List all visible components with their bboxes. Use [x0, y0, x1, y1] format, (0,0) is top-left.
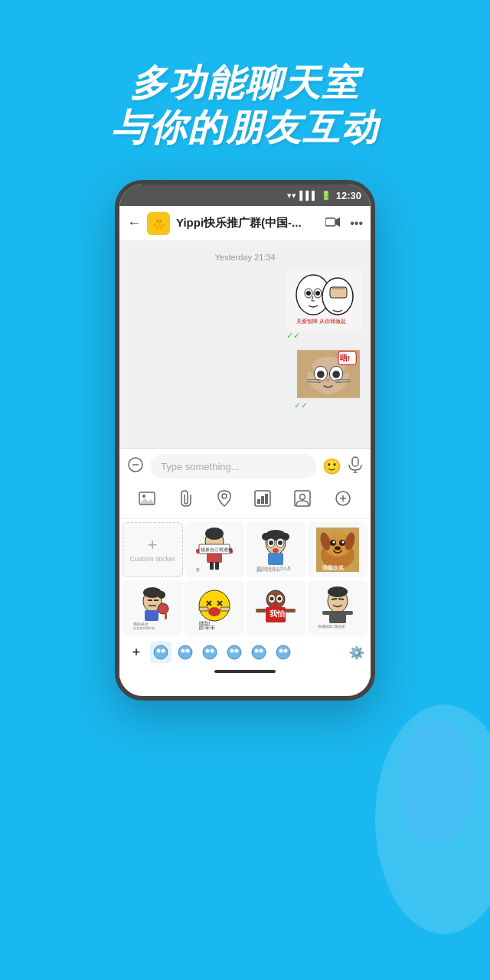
svg-line-117 [332, 599, 337, 599]
svg-point-138 [276, 645, 290, 659]
meme5-svg: 我怕 [254, 586, 297, 630]
sticker-2: 唔! [294, 347, 363, 400]
svg-point-77 [341, 541, 344, 544]
svg-point-62 [269, 541, 273, 545]
sticker-meme-6[interactable]: 你继续吹 我在听 [308, 580, 368, 635]
battery-icon: 🔋 [321, 191, 332, 201]
svg-point-33 [142, 495, 145, 498]
svg-point-134 [235, 649, 239, 653]
location-icon[interactable] [214, 487, 234, 514]
svg-text:嗒: 嗒 [196, 567, 200, 572]
svg-rect-119 [329, 611, 346, 623]
emoji-button[interactable]: 🙂 [322, 457, 341, 475]
svg-point-76 [332, 541, 335, 544]
emoji-tab-3[interactable] [199, 642, 220, 663]
image-icon[interactable] [136, 487, 158, 514]
emoji-tab-6[interactable] [273, 642, 294, 663]
message-status-1: ✓✓ [286, 331, 361, 341]
svg-point-125 [162, 649, 165, 653]
sticker-settings-icon[interactable]: ⚙️ [349, 645, 364, 660]
svg-point-116 [328, 586, 348, 597]
input-placeholder: Type something... [161, 461, 240, 472]
svg-point-124 [157, 649, 161, 653]
emoji-tab-1[interactable] [150, 642, 172, 663]
meme6-svg: 你继续吹 我在听 [316, 586, 359, 630]
svg-point-6 [306, 291, 311, 296]
svg-text:猪鼻自己戳透够: 猪鼻自己戳透够 [201, 547, 233, 552]
svg-rect-38 [261, 496, 264, 504]
svg-point-83 [158, 591, 165, 599]
add-icon: + [148, 537, 158, 554]
svg-point-127 [181, 649, 185, 653]
sticker-meme-1[interactable]: 猪鼻自己戳透够 嗒 [185, 522, 245, 577]
svg-text:吃手手: 吃手手 [199, 626, 215, 630]
home-indicator [119, 665, 371, 678]
cat-meme-svg: 唔! [297, 349, 360, 399]
more-icon[interactable] [332, 487, 354, 514]
custom-sticker-label: Custom sticker [129, 555, 175, 563]
minus-button[interactable] [127, 456, 144, 477]
contact-icon[interactable] [291, 487, 314, 514]
svg-point-126 [178, 645, 192, 659]
svg-rect-37 [257, 499, 260, 504]
svg-rect-89 [145, 610, 158, 621]
svg-point-137 [260, 649, 263, 653]
bg-circle-2 [398, 720, 475, 842]
back-button[interactable]: ← [127, 215, 141, 231]
svg-point-136 [255, 649, 259, 653]
sticker-1: 关爱智障 从你我做起 [286, 270, 363, 331]
svg-point-65 [273, 548, 279, 553]
emoji-tab-4[interactable] [224, 642, 245, 663]
sticker-grid-row1: + Custom sticker [119, 519, 371, 580]
sticker-meme-4[interactable]: 啧到 吃手手 [185, 580, 245, 635]
input-toolbar: Type something... 🙂 [119, 448, 371, 518]
video-call-icon[interactable] [325, 217, 341, 230]
svg-text:你继续吹 我在听: 你继续吹 我在听 [317, 624, 345, 629]
emoji-tab-5[interactable] [248, 642, 270, 663]
status-bar: ▾▾ ▌▌▌ 🔋 12:30 [119, 185, 371, 206]
svg-point-109 [273, 602, 278, 607]
sticker-meme-5[interactable]: 我怕 [246, 580, 306, 635]
header-icons: ••• [325, 217, 363, 230]
sticker-meme-2[interactable]: 请问你在这么怎么是 掌握了什么门门？ [246, 522, 306, 577]
chat-avatar: 🐥 [147, 212, 170, 235]
clock: 12:30 [336, 190, 361, 201]
svg-rect-99 [199, 607, 208, 611]
svg-rect-66 [268, 553, 283, 565]
chart-icon[interactable] [251, 487, 274, 514]
svg-marker-1 [335, 217, 340, 227]
mic-button[interactable] [348, 456, 363, 477]
svg-point-140 [284, 649, 288, 653]
svg-point-106 [270, 597, 274, 601]
svg-point-19 [332, 371, 340, 378]
meme1-svg: 猪鼻自己戳透够 嗒 [193, 528, 236, 572]
svg-point-108 [278, 597, 282, 601]
more-options-icon[interactable]: ••• [350, 217, 363, 230]
svg-point-133 [230, 649, 234, 653]
emoji-tab-2[interactable] [175, 642, 196, 663]
chat-area: Yesterday 21:34 [119, 241, 371, 448]
sticker-grid-row2: 我的美女 你在背后骂不到 [119, 580, 371, 639]
sticker-panel: + Custom sticker [119, 518, 371, 678]
status-icons: ▾▾ ▌▌▌ 🔋 [287, 191, 331, 201]
svg-rect-54 [215, 562, 219, 570]
message-bubble-1: 关爱智障 从你我做起 ✓✓ [286, 270, 363, 341]
attachment-icon[interactable] [175, 487, 197, 514]
signal-icon: ▌▌▌ [299, 191, 317, 200]
svg-point-128 [186, 649, 190, 653]
meme2-svg: 请问你在这么怎么是 掌握了什么门门？ [254, 528, 297, 572]
hero-section: 多功能聊天室 与你的朋友互动 [0, 0, 490, 180]
sticker-meme-dog[interactable]: 强颜欢笑 [308, 522, 368, 577]
svg-text:我怕: 我怕 [269, 609, 285, 618]
hero-title: 多功能聊天室 与你的朋友互动 [0, 61, 490, 149]
svg-marker-34 [139, 498, 155, 504]
message-input[interactable]: Type something... [150, 454, 316, 479]
svg-point-130 [206, 649, 210, 653]
svg-point-98 [208, 607, 220, 616]
sticker-meme-3[interactable]: 我的美女 你在背后骂不到 [122, 580, 183, 635]
svg-rect-112 [256, 609, 266, 612]
add-emoji-tab[interactable]: + [126, 642, 147, 663]
meme4-svg: 啧到 吃手手 [193, 586, 236, 630]
add-custom-sticker[interactable]: + Custom sticker [122, 522, 183, 577]
svg-rect-121 [345, 611, 353, 615]
